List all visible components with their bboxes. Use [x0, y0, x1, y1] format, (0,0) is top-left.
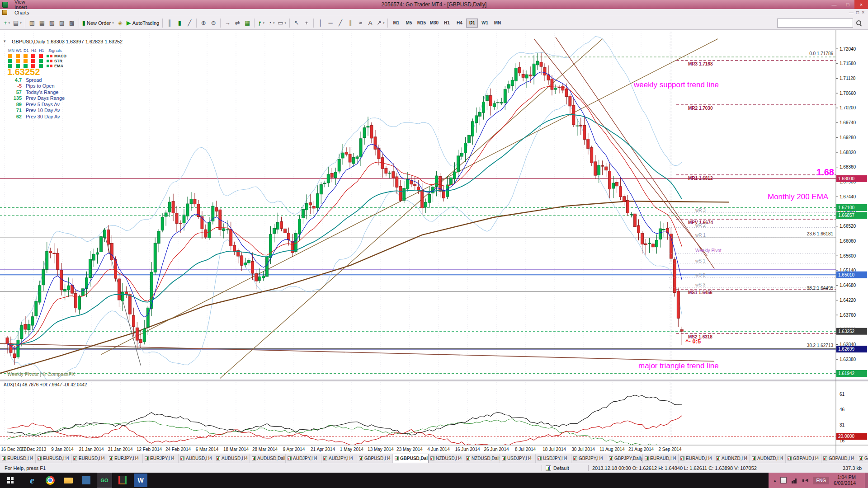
- chart-tab-nzdusd-h4[interactable]: NZDUSD,H4: [429, 454, 464, 463]
- strategy-tester-button[interactable]: ▩: [67, 18, 77, 28]
- market-watch-button[interactable]: ▥: [27, 18, 37, 28]
- chart-tab-gbpaud-h4[interactable]: GBPAUD,H4: [786, 454, 821, 463]
- fibonacci-level-label[interactable]: 23.6 1.66181: [756, 231, 833, 236]
- close-button[interactable]: ×: [854, 0, 868, 9]
- menu-insert[interactable]: Insert: [10, 5, 36, 10]
- price-chart-canvas[interactable]: 1.720401.715801.711201.706601.702001.697…: [0, 30, 868, 454]
- profiles-button[interactable]: ▤▾: [12, 18, 23, 28]
- channel-button[interactable]: ∥: [345, 18, 355, 28]
- chart-tab-audjpy-h4[interactable]: AUDJPY,H4: [321, 454, 357, 463]
- tray-expand-icon[interactable]: ▴: [774, 478, 776, 483]
- profile-indicator[interactable]: Default: [546, 465, 585, 471]
- chart-text-annotation[interactable]: major triangle trend line: [638, 361, 719, 371]
- monthly-pivot-label[interactable]: MR3 1.7168: [688, 61, 712, 66]
- taskbar-mt4-icon[interactable]: [115, 473, 130, 488]
- fibonacci-button[interactable]: ≈: [355, 18, 365, 28]
- weekly-pivot-label[interactable]: wR 2: [695, 223, 706, 228]
- candlestick-chart-button[interactable]: ▮: [175, 18, 184, 28]
- chart-tab-audusd-daily[interactable]: AUDUSD,Daily: [250, 454, 286, 463]
- monthly-pivot-label[interactable]: MS1 1.6456: [688, 290, 712, 295]
- chart-text-annotation[interactable]: Monthly 200 EMA: [768, 192, 828, 202]
- zoom-out-button[interactable]: ⊖: [208, 18, 218, 28]
- timeframe-w1-button[interactable]: W1: [479, 19, 491, 28]
- chart-tab-eurusd-h4[interactable]: EURUSD,H4: [36, 454, 71, 463]
- timeframe-h4-button[interactable]: H4: [453, 19, 465, 28]
- arrows-button[interactable]: ↗▾: [375, 18, 386, 28]
- volume-icon[interactable]: [802, 477, 808, 483]
- monthly-pivot-label[interactable]: MS2 1.6318: [688, 334, 712, 339]
- timeframe-h1-button[interactable]: H1: [441, 19, 453, 28]
- chart-tab-audnzd-h4[interactable]: AUDNZD,H4: [714, 454, 750, 463]
- search-icon[interactable]: [855, 19, 863, 27]
- chart-close-button[interactable]: ×: [862, 10, 864, 15]
- periods-button[interactable]: ◔▾: [266, 18, 276, 28]
- auto-scroll-button[interactable]: →: [222, 18, 232, 28]
- vertical-line-button[interactable]: │: [316, 18, 326, 28]
- templates-button[interactable]: ▭▾: [276, 18, 288, 28]
- chart-text-annotation[interactable]: weekly support trend line: [634, 80, 719, 89]
- chart-tab-audjpy-h4[interactable]: AUDJPY,H4: [286, 454, 321, 463]
- taskbar-file-explorer-icon[interactable]: [61, 473, 76, 488]
- trendline-button[interactable]: ╱: [335, 18, 345, 28]
- chart-tab-euraud-h4[interactable]: EURAUD,H4: [679, 454, 714, 463]
- chart-tab-gbpusd-h4[interactable]: GBPUSD,H4: [357, 454, 393, 463]
- indicators-button[interactable]: ƒ▾: [256, 18, 266, 28]
- taskbar-go-trader-icon[interactable]: GO: [97, 473, 112, 488]
- timeframe-d1-button[interactable]: D1: [466, 19, 478, 28]
- chart-tab-eurjpy-h4[interactable]: EURJPY,H4: [107, 454, 143, 463]
- new-chart-button[interactable]: +▾: [2, 18, 12, 28]
- chart-tab-usdjpy-h4[interactable]: USDJPY,H4: [500, 454, 536, 463]
- chart-tab-eurusd-h4[interactable]: EURUSD,H4: [0, 454, 36, 463]
- chart-tab-gbpjpy-h4[interactable]: GBPJPY,H4: [571, 454, 607, 463]
- start-button[interactable]: [0, 473, 21, 488]
- cursor-button[interactable]: ↖: [292, 18, 302, 28]
- weekly-pivot-label[interactable]: wR 1: [695, 233, 706, 238]
- minimize-button[interactable]: —: [827, 0, 841, 9]
- monthly-pivot-label[interactable]: MR2 1.7030: [688, 106, 712, 111]
- text-button[interactable]: A: [365, 18, 375, 28]
- tray-app-icon[interactable]: [780, 477, 787, 483]
- taskbar-chrome-icon[interactable]: [42, 473, 58, 488]
- fibonacci-level-label[interactable]: 38.2 1.64495: [756, 286, 833, 291]
- restore-button[interactable]: □: [841, 0, 854, 9]
- grid-button[interactable]: ▦: [242, 18, 252, 28]
- weekly-pivot-label[interactable]: wS 3: [695, 282, 705, 287]
- metaeditor-button[interactable]: ◈: [115, 18, 125, 28]
- terminal-button[interactable]: ▨: [57, 18, 67, 28]
- weekly-pivot-label[interactable]: wS 2: [695, 272, 705, 277]
- fibonacci-level-label[interactable]: 0.0 1.71786: [756, 51, 833, 56]
- weekly-pivot-label[interactable]: wR 3: [695, 208, 706, 213]
- pane-separator[interactable]: [0, 380, 868, 381]
- timeframe-mn-button[interactable]: MN: [491, 19, 503, 28]
- weekly-pivot-label[interactable]: wS 1: [695, 258, 705, 263]
- timeframe-m15-button[interactable]: M15: [415, 19, 427, 28]
- chart-tab-gbpjpy-h4[interactable]: GBPJPY,H4: [857, 454, 868, 463]
- navigator-button[interactable]: ▧: [47, 18, 57, 28]
- chart-text-annotation[interactable]: 1.68: [816, 167, 834, 178]
- chart-tab-audusd-h4[interactable]: AUDUSD,H4: [214, 454, 250, 463]
- weekly-pivot-label[interactable]: Weekly Pivot: [695, 248, 722, 253]
- crosshair-button[interactable]: +: [302, 18, 311, 28]
- autotrading-button[interactable]: ▶AutoTrading: [125, 18, 161, 28]
- zoom-in-button[interactable]: ⊕: [198, 18, 208, 28]
- taskbar-word-icon[interactable]: W: [134, 474, 147, 487]
- axes-layer[interactable]: 1.720401.715801.711201.706601.702001.697…: [0, 30, 868, 454]
- chart-tab-audusd-h4[interactable]: AUDUSD,H4: [179, 454, 214, 463]
- timeframe-m1-button[interactable]: M1: [390, 19, 402, 28]
- monthly-pivot-label[interactable]: MR1 1.6812: [688, 176, 712, 181]
- chart-tab-usdjpy-h4[interactable]: USDJPY,H4: [536, 454, 571, 463]
- chart-tab-euraud-h4[interactable]: EURAUD,H4: [643, 454, 679, 463]
- chart-area[interactable]: 1.720401.715801.711201.706601.702001.697…: [0, 30, 868, 454]
- taskbar-internet-explorer-icon[interactable]: e: [24, 473, 40, 488]
- chart-tab-eurjpy-h4[interactable]: EURJPY,H4: [143, 454, 179, 463]
- line-chart-button[interactable]: ╱: [184, 18, 194, 28]
- chart-restore-button[interactable]: □: [856, 10, 859, 15]
- language-indicator[interactable]: ENG: [813, 477, 829, 484]
- collapse-arrow-icon[interactable]: ▾: [4, 39, 6, 43]
- clock[interactable]: 1:04 PM 6/09/2014: [834, 474, 860, 486]
- show-desktop-button[interactable]: [865, 473, 868, 488]
- fibonacci-level-label[interactable]: 38.2 1.62713: [756, 343, 833, 348]
- chart-minimize-button[interactable]: —: [849, 10, 854, 15]
- horizontal-line-button[interactable]: ─: [326, 18, 335, 28]
- chart-shift-button[interactable]: ⇄: [232, 18, 242, 28]
